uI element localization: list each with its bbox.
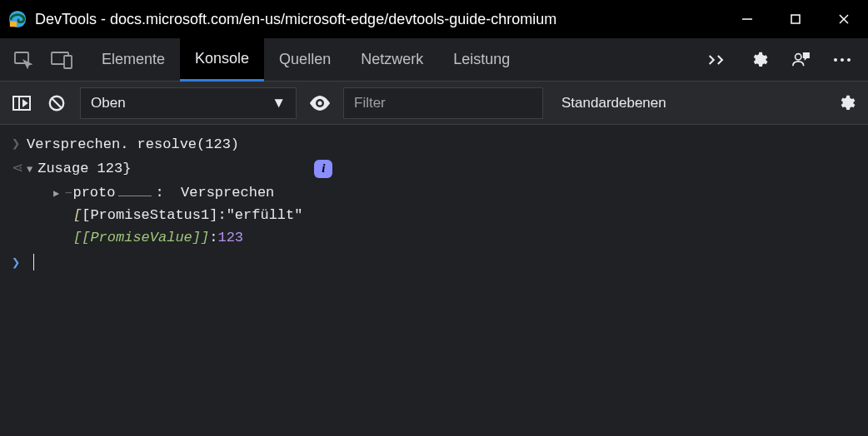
output-caret-icon: ⋖ xyxy=(12,159,27,176)
devtools-tabstrip: Elemente Konsole Quellen Netzwerk Leistu… xyxy=(0,38,868,82)
promise-status-row: [ [PromiseStatus1] : "erfüllt" xyxy=(0,204,868,226)
prompt-caret-icon: ❯ xyxy=(12,254,27,271)
input-expression: Versprechen. resolve(123) xyxy=(27,136,239,152)
tab-elements[interactable]: Elemente xyxy=(87,38,180,82)
dropdown-triangle-icon: ▼ xyxy=(272,95,286,111)
live-expression-icon[interactable] xyxy=(308,92,332,115)
value-val: 123 xyxy=(217,230,243,245)
svg-rect-3 xyxy=(791,15,800,23)
more-tabs-icon[interactable] xyxy=(708,51,726,69)
text-cursor xyxy=(33,254,34,270)
svg-rect-1 xyxy=(10,22,17,27)
proto-row[interactable]: ▶ –proto : Versprechen xyxy=(0,181,868,204)
proto-underscore xyxy=(118,196,152,196)
svg-rect-8 xyxy=(64,56,72,68)
inspect-element-icon[interactable] xyxy=(10,47,37,73)
toggle-sidebar-icon[interactable] xyxy=(10,92,33,115)
tab-network[interactable]: Netzwerk xyxy=(346,38,438,82)
value-key: [[PromiseValue]] xyxy=(73,230,209,245)
svg-point-11 xyxy=(841,58,844,62)
proto-colon: : xyxy=(155,185,163,201)
svg-point-12 xyxy=(847,58,851,62)
console-prompt[interactable]: ❯ xyxy=(0,249,868,276)
filter-placeholder: Filter xyxy=(354,95,386,111)
edge-devtools-icon xyxy=(8,10,27,28)
feedback-icon[interactable] xyxy=(791,51,810,69)
tab-console[interactable]: Konsole xyxy=(180,38,264,82)
window-titlebar: DevTools - docs.microsoft.com/en-us/micr… xyxy=(0,0,868,38)
console-output: ❯ Versprechen. resolve(123) ⋖ ▼ Zusage 1… xyxy=(0,125,868,283)
more-options-icon[interactable] xyxy=(833,51,851,69)
tab-performance[interactable]: Leistung xyxy=(438,38,525,82)
svg-line-16 xyxy=(52,98,62,107)
console-input-echo: ❯ Versprechen. resolve(123) xyxy=(0,131,868,156)
maximize-button[interactable] xyxy=(771,0,820,38)
status-sep: : xyxy=(217,207,226,223)
expand-right-icon[interactable]: ▶ xyxy=(53,187,59,200)
settings-gear-icon[interactable] xyxy=(750,51,768,69)
minimize-button[interactable] xyxy=(723,0,771,38)
device-toolbar-icon[interactable] xyxy=(48,47,75,73)
window-controls xyxy=(723,0,868,38)
svg-point-9 xyxy=(796,53,801,59)
result-summary: Zusage 123} xyxy=(37,161,131,176)
window-title: DevTools - docs.microsoft.com/en-us/micr… xyxy=(35,11,723,28)
status-key: [PromiseStatus1] xyxy=(82,207,217,223)
input-caret-icon: ❯ xyxy=(12,135,27,152)
value-sep: : xyxy=(209,230,217,245)
tab-sources[interactable]: Quellen xyxy=(264,38,346,82)
proto-key: proto xyxy=(72,185,115,201)
context-select[interactable]: Oben ▼ xyxy=(80,87,297,119)
filter-input[interactable]: Filter xyxy=(343,87,543,119)
console-result-row[interactable]: ⋖ ▼ Zusage 123} i xyxy=(0,156,868,181)
context-select-value: Oben xyxy=(91,95,126,111)
console-settings-gear-icon[interactable] xyxy=(835,92,858,115)
status-val: "erfüllt" xyxy=(227,207,303,223)
expand-down-icon[interactable]: ▼ xyxy=(27,164,32,176)
promise-value-row: [[PromiseValue]] : 123 xyxy=(0,226,868,249)
log-levels-select[interactable]: Standardebenen xyxy=(555,95,666,111)
close-button[interactable] xyxy=(820,0,868,38)
proto-value: Versprechen xyxy=(181,185,274,201)
bracket-open: [ xyxy=(73,207,82,223)
svg-point-17 xyxy=(318,101,322,105)
clear-console-icon[interactable] xyxy=(45,92,68,115)
info-badge-icon[interactable]: i xyxy=(314,160,332,178)
proto-dash: – xyxy=(64,185,72,201)
console-toolbar: Oben ▼ Filter Standardebenen xyxy=(0,82,868,125)
svg-point-10 xyxy=(834,58,837,62)
